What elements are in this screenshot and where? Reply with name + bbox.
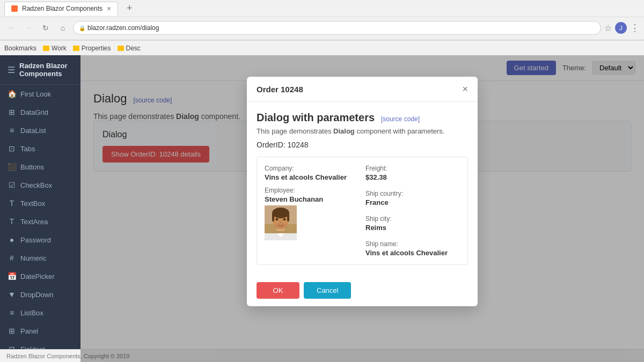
modal-dialog: Order 10248 × Dialog with parameters [so… bbox=[247, 77, 478, 306]
refresh-button[interactable]: ↻ bbox=[39, 21, 53, 35]
checkbox-icon: ☑ bbox=[8, 181, 16, 189]
sidebar-brand: Radzen Blazor Components bbox=[19, 62, 73, 78]
modal-footer: OK Cancel bbox=[247, 275, 478, 306]
app-layout: ☰ Radzen Blazor Components 🏠 First Look … bbox=[0, 55, 644, 362]
sidebar-item-listbox[interactable]: ≡ ListBox bbox=[0, 304, 80, 322]
sidebar-item-panel[interactable]: ⊞ Panel bbox=[0, 322, 80, 340]
ship-city-value: Reims bbox=[365, 224, 460, 232]
back-button[interactable]: ← bbox=[4, 21, 18, 35]
ship-name-label: Ship name: bbox=[365, 240, 460, 248]
ok-button[interactable]: OK bbox=[257, 282, 299, 299]
employee-label: Employee: bbox=[265, 187, 359, 194]
sidebar-item-datalist[interactable]: ≡ DataList bbox=[0, 121, 80, 139]
work-bookmark[interactable]: Work bbox=[43, 45, 67, 52]
modal-header: Order 10248 × bbox=[247, 77, 478, 102]
user-avatar-button[interactable]: J bbox=[615, 22, 627, 34]
home-icon: 🏠 bbox=[8, 90, 16, 98]
sidebar-item-buttons[interactable]: ⬛ Buttons bbox=[0, 158, 80, 176]
url-bar[interactable]: 🔒 blazor.radzen.com/dialog bbox=[73, 21, 601, 35]
tab-close-icon[interactable]: × bbox=[107, 4, 111, 13]
properties-bookmark[interactable]: Properties bbox=[73, 45, 111, 52]
modal-section-title: Dialog with parameters bbox=[257, 112, 375, 123]
folder-icon bbox=[43, 46, 49, 51]
browser-nav-bar: ← → ↻ ⌂ 🔒 blazor.radzen.com/dialog ☆ J ⋮ bbox=[0, 17, 644, 39]
modal-order-id: OrderID: 10248 bbox=[257, 141, 468, 149]
bookmarks-bar: Bookmarks Work Properties Desc bbox=[0, 40, 644, 55]
ship-country-value: France bbox=[365, 198, 460, 206]
sidebar-label: Panel bbox=[20, 327, 38, 335]
new-tab-button[interactable]: + bbox=[122, 2, 136, 16]
browser-menu-button[interactable]: ⋮ bbox=[630, 22, 640, 34]
sidebar-item-datepicker[interactable]: 📅 DatePicker bbox=[0, 267, 80, 285]
sidebar-item-password[interactable]: ● Password bbox=[0, 231, 80, 249]
modal-body: Dialog with parameters [source code] Thi… bbox=[247, 102, 478, 275]
freight-value: $32.38 bbox=[365, 173, 460, 181]
employee-photo bbox=[265, 205, 297, 240]
textarea-icon: T bbox=[8, 217, 16, 226]
dropdown-icon: ▼ bbox=[8, 290, 16, 299]
datagrid-icon: ⊞ bbox=[8, 108, 16, 116]
sidebar-label: CheckBox bbox=[20, 181, 52, 189]
freight-label: Freight: bbox=[365, 165, 460, 172]
sidebar-label: TextArea bbox=[20, 218, 48, 226]
sidebar-label: Buttons bbox=[20, 163, 44, 171]
sidebar-label: TextBox bbox=[20, 200, 45, 208]
panel-icon: ⊞ bbox=[8, 327, 16, 335]
sidebar-item-checkbox[interactable]: ☑ CheckBox bbox=[0, 176, 80, 194]
company-field: Company: Vins et alcools Chevalier Emplo… bbox=[265, 165, 359, 257]
svg-rect-5 bbox=[272, 213, 274, 221]
sidebar-item-datagrid[interactable]: ⊞ DataGrid bbox=[0, 103, 80, 121]
cancel-button[interactable]: Cancel bbox=[304, 282, 351, 299]
modal-source-link[interactable]: [source code] bbox=[381, 115, 420, 123]
work-label: Work bbox=[52, 45, 67, 52]
main-content: Get started Theme: Default Dialog [sourc… bbox=[80, 55, 644, 362]
sidebar-item-first-look[interactable]: 🏠 First Look bbox=[0, 85, 80, 103]
modal-description: This page demonstrates Dialog component … bbox=[257, 127, 468, 135]
employee-photo-svg bbox=[265, 205, 297, 240]
sidebar-label: DataList bbox=[20, 127, 46, 135]
page-content: Dialog [source code] This page demonstra… bbox=[80, 81, 644, 191]
browser-chrome: Radzen Blazor Components × + ← → ↻ ⌂ 🔒 b… bbox=[0, 0, 644, 40]
order-details-card: Company: Vins et alcools Chevalier Emplo… bbox=[257, 157, 468, 265]
ship-city-label: Ship city: bbox=[365, 215, 460, 223]
order-details-grid: Company: Vins et alcools Chevalier Emplo… bbox=[265, 165, 460, 257]
svg-point-8 bbox=[283, 218, 286, 220]
password-icon: ● bbox=[8, 235, 16, 244]
modal-desc-suffix: component with parameters. bbox=[355, 127, 445, 135]
sidebar-label: DropDown bbox=[20, 291, 53, 299]
home-button[interactable]: ⌂ bbox=[56, 21, 70, 35]
sidebar-item-numeric[interactable]: # Numeric bbox=[0, 249, 80, 267]
employee-value: Steven Buchanan bbox=[265, 195, 359, 203]
sidebar-item-textbox[interactable]: T TextBox bbox=[0, 194, 80, 212]
sidebar-header: ☰ Radzen Blazor Components bbox=[0, 55, 80, 85]
listbox-icon: ≡ bbox=[8, 308, 16, 317]
datalist-icon: ≡ bbox=[8, 126, 16, 135]
sidebar-item-textarea[interactable]: T TextArea bbox=[0, 212, 80, 231]
ship-name-value: Vins et alcools Chevalier bbox=[365, 249, 460, 257]
sidebar-item-dropdown[interactable]: ▼ DropDown bbox=[0, 285, 80, 304]
sidebar-item-tabs[interactable]: ⊡ Tabs bbox=[0, 139, 80, 158]
bookmarks-item[interactable]: Bookmarks bbox=[4, 45, 36, 52]
modal-title: Order 10248 bbox=[257, 85, 303, 94]
svg-point-4 bbox=[272, 208, 289, 218]
forward-button[interactable]: → bbox=[21, 21, 35, 35]
numeric-icon: # bbox=[8, 254, 16, 262]
url-text: blazor.radzen.com/dialog bbox=[87, 24, 159, 32]
bookmark-star-icon[interactable]: ☆ bbox=[604, 23, 612, 33]
modal-close-button[interactable]: × bbox=[462, 84, 468, 94]
freight-field: Freight: $32.38 Ship country: France Shi… bbox=[365, 165, 460, 257]
modal-desc-component: Dialog bbox=[333, 127, 355, 135]
sidebar: ☰ Radzen Blazor Components 🏠 First Look … bbox=[0, 55, 80, 362]
ship-country-label: Ship country: bbox=[365, 190, 460, 197]
sidebar-label: DatePicker bbox=[20, 272, 55, 280]
desc-bookmark[interactable]: Desc bbox=[118, 45, 141, 52]
datepicker-icon: 📅 bbox=[8, 272, 16, 280]
folder-icon bbox=[73, 46, 79, 51]
folder-icon bbox=[118, 46, 124, 51]
buttons-icon: ⬛ bbox=[8, 162, 16, 171]
company-label: Company: bbox=[265, 165, 359, 172]
browser-tab[interactable]: Radzen Blazor Components × bbox=[4, 2, 118, 16]
sidebar-menu-icon[interactable]: ☰ bbox=[8, 65, 15, 75]
sidebar-label: ListBox bbox=[20, 309, 43, 317]
svg-point-7 bbox=[276, 218, 279, 220]
